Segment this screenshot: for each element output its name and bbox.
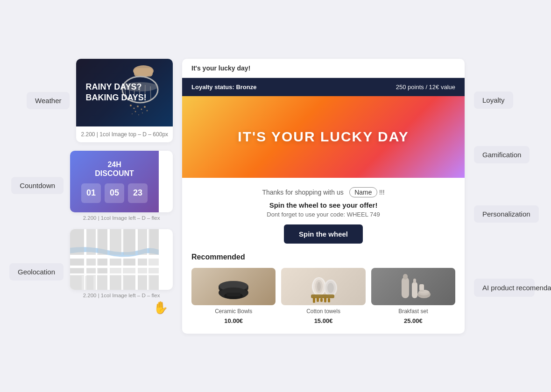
weather-panel: RAINY DAYS? BAKING DAYS!	[76, 59, 173, 142]
svg-point-12	[137, 105, 139, 107]
countdown-content	[159, 151, 173, 212]
countdown-timer: 24H DISCOUNT 01 05 23	[70, 151, 159, 212]
product-img-towels	[281, 268, 365, 305]
product-image-3	[371, 268, 455, 305]
svg-rect-43	[70, 268, 84, 273]
spin-wheel-button[interactable]: Spin the wheel	[284, 224, 363, 244]
svg-rect-73	[402, 277, 409, 298]
svg-rect-44	[86, 268, 96, 273]
loyalty-label[interactable]: Loyalty	[474, 91, 513, 109]
geo-map	[70, 229, 159, 290]
svg-rect-47	[85, 276, 93, 290]
main-right-panel: It's your lucky day! Loyalty status: Bro…	[182, 59, 465, 334]
countdown-title: 24H DISCOUNT	[95, 160, 134, 178]
svg-rect-52	[149, 276, 159, 290]
recommended-title: Recommended	[191, 253, 455, 261]
svg-rect-45	[98, 268, 107, 273]
svg-rect-80	[419, 284, 424, 291]
svg-rect-49	[110, 276, 121, 290]
geolocation-label[interactable]: Geolocation	[9, 263, 64, 280]
svg-rect-46	[70, 276, 82, 290]
svg-rect-72	[328, 298, 330, 302]
geo-content	[159, 229, 173, 290]
product-grid: Ceramic Bowls 10.00€	[191, 268, 455, 324]
svg-rect-41	[124, 259, 135, 266]
product-card-breakfast-set[interactable]: Brakfast set 25.00€	[371, 268, 455, 324]
countdown-caption: 2.200 | 1col Image left – D – flex	[70, 212, 173, 221]
product-name-2: Cotton towels	[306, 308, 340, 315]
weather-label[interactable]: Weather	[27, 92, 70, 109]
svg-rect-32	[98, 229, 107, 255]
svg-rect-75	[412, 282, 417, 298]
product-price-2: 15.00€	[314, 317, 333, 324]
svg-rect-39	[98, 259, 107, 266]
svg-rect-74	[403, 274, 408, 280]
product-price-1: 10.00€	[224, 317, 243, 324]
digit-seconds: 23	[128, 183, 148, 203]
geo-caption: 2.200 | 1col Image left – D – flex	[70, 290, 173, 298]
name-badge: Name	[349, 187, 377, 197]
weather-image: RAINY DAYS? BAKING DAYS!	[76, 59, 173, 126]
svg-rect-38	[86, 259, 96, 266]
svg-rect-30	[70, 229, 84, 255]
product-card-ceramic-bowls[interactable]: Ceramic Bowls 10.00€	[191, 268, 276, 324]
svg-rect-34	[124, 229, 135, 255]
product-name-3: Brakfast set	[398, 308, 428, 315]
svg-point-63	[317, 282, 321, 291]
countdown-panel: 24H DISCOUNT 01 05 23	[70, 151, 173, 212]
svg-rect-35	[138, 229, 147, 255]
svg-rect-31	[86, 229, 96, 255]
svg-rect-27	[121, 229, 123, 290]
svg-point-10	[130, 105, 132, 106]
svg-rect-68	[313, 297, 315, 303]
loyalty-status: Loyalty status: Bronze	[191, 84, 256, 91]
svg-point-17	[147, 110, 148, 111]
product-price-3: 25.00€	[404, 317, 423, 324]
svg-rect-69	[317, 297, 319, 302]
thanks-suffix: !!!	[379, 189, 385, 196]
svg-rect-59	[226, 293, 240, 296]
weather-caption: 2.200 | 1col Image top – D – 600px	[76, 126, 173, 142]
svg-rect-28	[135, 229, 138, 290]
weather-text: RAINY DAYS? BAKING DAYS!	[85, 82, 146, 104]
product-card-cotton-towels[interactable]: Cotton towels 15.00€	[281, 268, 365, 324]
svg-point-81	[419, 290, 424, 292]
countdown-label[interactable]: Countdown	[11, 177, 64, 194]
svg-point-11	[134, 107, 135, 109]
product-name-1: Ceramic Bowls	[215, 308, 252, 315]
hand-cursor-icon: ✋	[70, 301, 173, 315]
code-text: Dont forget to use your code: WHEEL 749	[191, 211, 455, 218]
svg-rect-50	[124, 276, 135, 290]
svg-rect-76	[413, 279, 416, 283]
svg-point-15	[135, 111, 136, 112]
geo-panel	[70, 229, 173, 290]
loyalty-bar: Loyalty status: Bronze 250 points / 12€ …	[182, 78, 465, 96]
svg-point-14	[144, 106, 146, 108]
lucky-body: Thanks for shopping with us Name !!! Spi…	[182, 178, 465, 253]
svg-rect-36	[149, 229, 159, 255]
svg-rect-40	[110, 259, 121, 266]
svg-rect-29	[147, 229, 148, 290]
svg-rect-48	[97, 276, 107, 290]
countdown-digits: 01 05 23	[81, 183, 148, 203]
lucky-banner: IT'S YOUR LUCKY DAY	[182, 96, 465, 178]
svg-rect-25	[96, 229, 97, 290]
spin-offer-text: Spin the wheel to see your offer!	[191, 201, 455, 209]
digit-hours: 01	[81, 183, 101, 203]
svg-rect-70	[320, 298, 323, 302]
digit-minutes: 05	[105, 183, 124, 203]
svg-rect-33	[110, 229, 121, 255]
personalization-label[interactable]: Personalization	[474, 205, 539, 223]
svg-rect-22	[70, 266, 159, 268]
gamification-label[interactable]: Gamification	[474, 146, 530, 163]
svg-point-16	[142, 112, 143, 113]
thanks-text: Thanks for shopping with us	[262, 189, 343, 196]
svg-rect-37	[70, 259, 84, 266]
ai-recommendation-label[interactable]: AI product recomendation	[474, 279, 535, 297]
svg-rect-23	[70, 273, 159, 275]
product-img-ceramic	[191, 268, 276, 305]
svg-rect-26	[107, 229, 110, 290]
svg-point-18	[132, 113, 133, 114]
product-img-breakfast	[371, 268, 455, 305]
recommended-section: Recommended	[182, 253, 465, 334]
